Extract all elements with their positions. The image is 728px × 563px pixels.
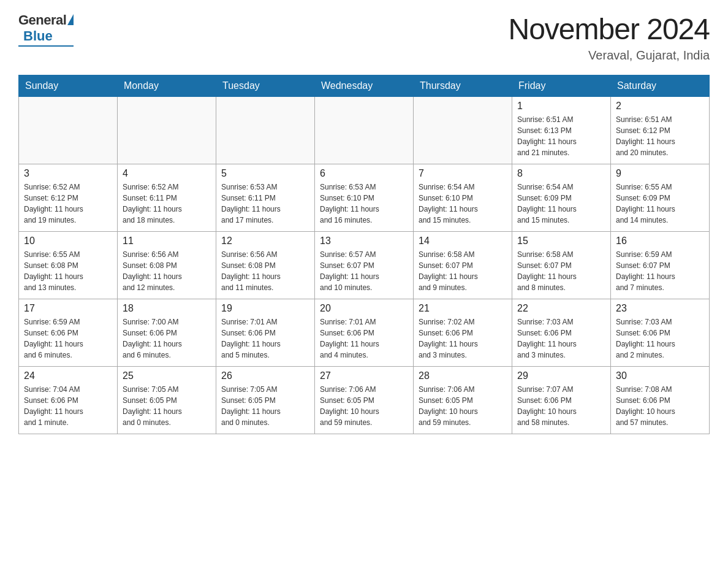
day-info: Sunrise: 7:01 AM Sunset: 6:06 PM Dayligh… (320, 316, 408, 361)
calendar-week-3: 10Sunrise: 6:55 AM Sunset: 6:08 PM Dayli… (19, 232, 710, 299)
day-number: 28 (419, 370, 507, 381)
day-info: Sunrise: 6:54 AM Sunset: 6:10 PM Dayligh… (419, 182, 507, 226)
day-number: 13 (320, 236, 408, 247)
calendar-cell: 2Sunrise: 6:51 AM Sunset: 6:12 PM Daylig… (611, 97, 710, 164)
calendar-cell: 12Sunrise: 6:56 AM Sunset: 6:08 PM Dayli… (216, 232, 315, 299)
calendar-cell: 1Sunrise: 6:51 AM Sunset: 6:13 PM Daylig… (512, 97, 611, 164)
calendar-cell: 28Sunrise: 7:06 AM Sunset: 6:05 PM Dayli… (414, 367, 512, 434)
calendar-cell: 19Sunrise: 7:01 AM Sunset: 6:06 PM Dayli… (216, 299, 315, 367)
logo-general-text: General (18, 12, 66, 28)
calendar-cell: 15Sunrise: 6:58 AM Sunset: 6:07 PM Dayli… (512, 232, 611, 299)
calendar-cell (19, 97, 118, 164)
calendar-header-row: SundayMondayTuesdayWednesdayThursdayFrid… (19, 75, 710, 97)
calendar-week-2: 3Sunrise: 6:52 AM Sunset: 6:12 PM Daylig… (19, 164, 710, 232)
day-info: Sunrise: 6:51 AM Sunset: 6:12 PM Dayligh… (616, 114, 704, 158)
calendar-header-friday: Friday (512, 75, 611, 97)
day-info: Sunrise: 7:08 AM Sunset: 6:06 PM Dayligh… (616, 384, 704, 428)
day-number: 20 (320, 303, 408, 314)
day-info: Sunrise: 7:00 AM Sunset: 6:06 PM Dayligh… (123, 316, 211, 361)
calendar-cell: 21Sunrise: 7:02 AM Sunset: 6:06 PM Dayli… (414, 299, 512, 367)
day-info: Sunrise: 6:55 AM Sunset: 6:08 PM Dayligh… (24, 249, 112, 293)
day-info: Sunrise: 7:06 AM Sunset: 6:05 PM Dayligh… (419, 384, 507, 428)
day-number: 8 (517, 168, 605, 179)
day-info: Sunrise: 6:56 AM Sunset: 6:08 PM Dayligh… (123, 249, 211, 293)
day-info: Sunrise: 7:03 AM Sunset: 6:06 PM Dayligh… (517, 316, 605, 361)
day-info: Sunrise: 6:52 AM Sunset: 6:12 PM Dayligh… (24, 182, 112, 226)
calendar-cell: 3Sunrise: 6:52 AM Sunset: 6:12 PM Daylig… (19, 164, 118, 232)
calendar-cell: 17Sunrise: 6:59 AM Sunset: 6:06 PM Dayli… (19, 299, 118, 367)
day-number: 15 (517, 236, 605, 247)
day-number: 6 (320, 168, 408, 179)
calendar-cell: 16Sunrise: 6:59 AM Sunset: 6:07 PM Dayli… (611, 232, 710, 299)
day-number: 26 (221, 370, 309, 381)
day-info: Sunrise: 6:53 AM Sunset: 6:10 PM Dayligh… (320, 182, 408, 226)
day-number: 24 (24, 370, 112, 381)
calendar-cell: 5Sunrise: 6:53 AM Sunset: 6:11 PM Daylig… (216, 164, 315, 232)
calendar-cell: 23Sunrise: 7:03 AM Sunset: 6:06 PM Dayli… (611, 299, 710, 367)
calendar-cell: 20Sunrise: 7:01 AM Sunset: 6:06 PM Dayli… (315, 299, 414, 367)
day-info: Sunrise: 6:59 AM Sunset: 6:06 PM Dayligh… (24, 316, 112, 361)
day-number: 2 (616, 101, 704, 112)
logo-underline (18, 45, 74, 47)
calendar-cell: 9Sunrise: 6:55 AM Sunset: 6:09 PM Daylig… (611, 164, 710, 232)
calendar-cell: 24Sunrise: 7:04 AM Sunset: 6:06 PM Dayli… (19, 367, 118, 434)
header: General Blue November 2024 Veraval, Guja… (18, 12, 710, 63)
day-number: 11 (123, 236, 211, 247)
day-info: Sunrise: 7:05 AM Sunset: 6:05 PM Dayligh… (221, 384, 309, 428)
day-info: Sunrise: 6:57 AM Sunset: 6:07 PM Dayligh… (320, 249, 408, 293)
day-number: 7 (419, 168, 507, 179)
calendar-cell: 11Sunrise: 6:56 AM Sunset: 6:08 PM Dayli… (118, 232, 216, 299)
day-number: 1 (517, 101, 605, 112)
calendar-cell: 13Sunrise: 6:57 AM Sunset: 6:07 PM Dayli… (315, 232, 414, 299)
page-title: November 2024 (508, 12, 710, 46)
logo-triangle-icon (67, 14, 74, 25)
calendar-cell: 10Sunrise: 6:55 AM Sunset: 6:08 PM Dayli… (19, 232, 118, 299)
calendar-cell: 29Sunrise: 7:07 AM Sunset: 6:06 PM Dayli… (512, 367, 611, 434)
day-number: 30 (616, 370, 704, 381)
calendar-cell: 6Sunrise: 6:53 AM Sunset: 6:10 PM Daylig… (315, 164, 414, 232)
day-number: 17 (24, 303, 112, 314)
logo: General Blue (18, 12, 74, 47)
calendar-cell: 18Sunrise: 7:00 AM Sunset: 6:06 PM Dayli… (118, 299, 216, 367)
calendar-cell: 4Sunrise: 6:52 AM Sunset: 6:11 PM Daylig… (118, 164, 216, 232)
calendar-cell: 25Sunrise: 7:05 AM Sunset: 6:05 PM Dayli… (118, 367, 216, 434)
calendar-cell (315, 97, 414, 164)
day-info: Sunrise: 6:55 AM Sunset: 6:09 PM Dayligh… (616, 182, 704, 226)
calendar-cell: 7Sunrise: 6:54 AM Sunset: 6:10 PM Daylig… (414, 164, 512, 232)
day-number: 22 (517, 303, 605, 314)
day-info: Sunrise: 7:02 AM Sunset: 6:06 PM Dayligh… (419, 316, 507, 361)
title-area: November 2024 Veraval, Gujarat, India (508, 12, 710, 63)
calendar-table: SundayMondayTuesdayWednesdayThursdayFrid… (18, 75, 710, 434)
day-number: 25 (123, 370, 211, 381)
calendar-header-saturday: Saturday (611, 75, 710, 97)
logo-text-row: General (18, 12, 74, 28)
calendar-header-wednesday: Wednesday (315, 75, 414, 97)
day-info: Sunrise: 6:56 AM Sunset: 6:08 PM Dayligh… (221, 249, 309, 293)
day-number: 18 (123, 303, 211, 314)
day-info: Sunrise: 7:06 AM Sunset: 6:05 PM Dayligh… (320, 384, 408, 428)
calendar-header-thursday: Thursday (414, 75, 512, 97)
day-number: 14 (419, 236, 507, 247)
calendar-week-1: 1Sunrise: 6:51 AM Sunset: 6:13 PM Daylig… (19, 97, 710, 164)
day-info: Sunrise: 6:52 AM Sunset: 6:11 PM Dayligh… (123, 182, 211, 226)
calendar-week-5: 24Sunrise: 7:04 AM Sunset: 6:06 PM Dayli… (19, 367, 710, 434)
day-info: Sunrise: 7:07 AM Sunset: 6:06 PM Dayligh… (517, 384, 605, 428)
day-number: 3 (24, 168, 112, 179)
day-info: Sunrise: 7:03 AM Sunset: 6:06 PM Dayligh… (616, 316, 704, 361)
day-number: 5 (221, 168, 309, 179)
day-info: Sunrise: 7:05 AM Sunset: 6:05 PM Dayligh… (123, 384, 211, 428)
day-info: Sunrise: 6:53 AM Sunset: 6:11 PM Dayligh… (221, 182, 309, 226)
day-info: Sunrise: 7:04 AM Sunset: 6:06 PM Dayligh… (24, 384, 112, 428)
calendar-cell (414, 97, 512, 164)
calendar-header-monday: Monday (118, 75, 216, 97)
calendar-cell (216, 97, 315, 164)
day-info: Sunrise: 6:54 AM Sunset: 6:09 PM Dayligh… (517, 182, 605, 226)
day-number: 27 (320, 370, 408, 381)
day-info: Sunrise: 6:51 AM Sunset: 6:13 PM Dayligh… (517, 114, 605, 158)
calendar-cell: 14Sunrise: 6:58 AM Sunset: 6:07 PM Dayli… (414, 232, 512, 299)
calendar-header-tuesday: Tuesday (216, 75, 315, 97)
calendar-week-4: 17Sunrise: 6:59 AM Sunset: 6:06 PM Dayli… (19, 299, 710, 367)
calendar-cell: 8Sunrise: 6:54 AM Sunset: 6:09 PM Daylig… (512, 164, 611, 232)
day-number: 29 (517, 370, 605, 381)
day-info: Sunrise: 6:58 AM Sunset: 6:07 PM Dayligh… (419, 249, 507, 293)
